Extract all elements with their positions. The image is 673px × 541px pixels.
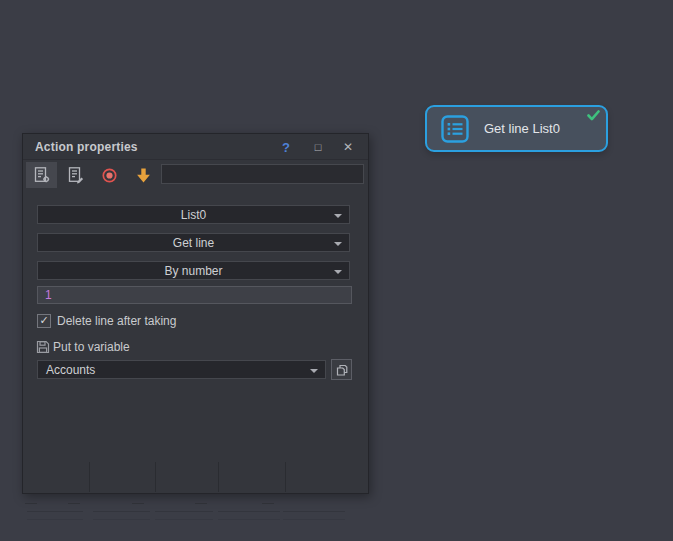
action-settings-tab[interactable] xyxy=(26,162,57,188)
chevron-down-icon xyxy=(334,270,342,274)
action-comment-input[interactable] xyxy=(161,164,364,184)
canvas-grid-line xyxy=(155,519,213,520)
canvas-grid-line xyxy=(25,503,37,504)
document-pencil-icon xyxy=(67,166,85,184)
dialog-toolbar xyxy=(23,161,368,191)
document-gear-icon xyxy=(33,166,51,184)
maximize-button[interactable]: □ xyxy=(308,138,328,156)
node-label: Get line List0 xyxy=(484,121,560,136)
canvas-grid-line xyxy=(218,511,280,512)
canvas-grid-line xyxy=(68,503,80,504)
variable-dropdown[interactable]: Accounts xyxy=(37,360,326,379)
action-dropdown-value: Get line xyxy=(173,236,214,250)
delete-line-checkbox-row[interactable]: ✓ Delete line after taking xyxy=(37,313,176,328)
action-edit-tab[interactable] xyxy=(60,162,91,188)
canvas-grid-line xyxy=(195,503,207,504)
action-properties-dialog: Action properties ? □ ✕ xyxy=(22,133,369,494)
checkbox-checked[interactable]: ✓ xyxy=(37,314,51,328)
dialog-column-separator xyxy=(155,462,156,492)
arrow-down-icon xyxy=(135,167,152,184)
chevron-down-icon xyxy=(334,242,342,246)
canvas-grid-line xyxy=(27,519,83,520)
canvas-grid-line xyxy=(93,519,150,520)
save-floppy-icon xyxy=(36,340,50,354)
help-button[interactable]: ? xyxy=(276,138,296,156)
canvas-grid-line xyxy=(283,519,345,520)
list-node-icon xyxy=(441,115,469,143)
flowchart-node-get-line[interactable]: Get line List0 xyxy=(425,105,608,152)
success-check-icon xyxy=(587,110,600,121)
copy-icon xyxy=(335,363,349,377)
canvas-grid-line xyxy=(218,519,280,520)
dialog-column-separator xyxy=(285,462,286,492)
mode-dropdown-value: By number xyxy=(164,264,222,278)
list-dropdown[interactable]: List0 xyxy=(37,205,350,224)
dialog-column-separator xyxy=(218,462,219,492)
canvas-grid-line xyxy=(283,511,345,512)
copy-variable-button[interactable] xyxy=(331,359,352,380)
dialog-column-separator xyxy=(89,462,90,492)
record-icon xyxy=(101,167,118,184)
canvas-grid-line xyxy=(262,503,274,504)
put-to-variable-label: Put to variable xyxy=(53,340,130,354)
canvas-grid-line xyxy=(27,511,83,512)
put-to-variable-row: Put to variable xyxy=(36,339,130,354)
chevron-down-icon xyxy=(334,214,342,218)
list-dropdown-value: List0 xyxy=(181,208,206,222)
delete-line-checkbox-label: Delete line after taking xyxy=(57,314,176,328)
canvas-grid-line xyxy=(93,511,150,512)
dialog-title: Action properties xyxy=(35,140,138,154)
chevron-down-icon xyxy=(310,369,318,373)
line-number-input[interactable] xyxy=(37,286,352,304)
variable-dropdown-value: Accounts xyxy=(38,363,111,377)
record-button[interactable] xyxy=(94,162,125,188)
dialog-titlebar[interactable]: Action properties ? □ ✕ xyxy=(23,134,368,160)
insert-action-button[interactable] xyxy=(128,162,159,188)
canvas-grid-line xyxy=(155,511,213,512)
flowchart-canvas[interactable]: Action properties ? □ ✕ xyxy=(0,0,673,541)
mode-dropdown[interactable]: By number xyxy=(37,261,350,280)
canvas-grid-line xyxy=(132,503,144,504)
close-button[interactable]: ✕ xyxy=(338,138,358,156)
action-dropdown[interactable]: Get line xyxy=(37,233,350,252)
